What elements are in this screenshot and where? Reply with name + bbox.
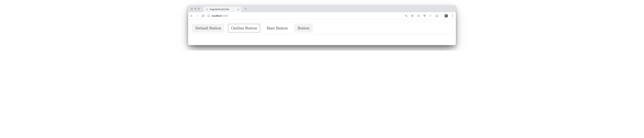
bookmark-star-icon[interactable] — [411, 14, 414, 18]
browser-menu-button[interactable] — [451, 14, 454, 17]
extension-info-icon[interactable] — [435, 14, 438, 18]
button-showcase-panel: Default Button Outline Button Bare Butto… — [191, 22, 453, 34]
plain-button[interactable]: Button — [294, 24, 312, 32]
reload-button[interactable] — [202, 14, 205, 18]
extension-stack-icon[interactable] — [417, 14, 420, 18]
bare-button[interactable]: Bare Button — [264, 24, 291, 32]
browser-window: AngularKendoUnite × + localhost:4200 — [188, 6, 456, 45]
zoom-icon[interactable] — [405, 14, 408, 18]
extension-tag-icon[interactable] — [429, 14, 432, 18]
address-field[interactable]: localhost:4200 — [207, 14, 402, 17]
site-info-icon[interactable] — [207, 14, 210, 17]
window-controls — [191, 8, 200, 10]
profile-avatar[interactable] — [444, 14, 448, 18]
toolbar-right — [405, 14, 454, 18]
url-text: localhost:4200 — [212, 14, 228, 17]
window-maximize-icon[interactable] — [198, 8, 200, 10]
svg-point-7 — [430, 15, 430, 16]
extension-vue-icon[interactable] — [423, 14, 426, 18]
tab-title: AngularKendoUnite — [210, 8, 229, 10]
window-minimize-icon[interactable] — [194, 8, 196, 10]
default-button[interactable]: Default Button — [192, 24, 224, 32]
new-tab-button[interactable]: + — [243, 6, 248, 11]
close-tab-icon[interactable]: × — [238, 8, 239, 11]
address-bar: localhost:4200 — [188, 12, 456, 20]
file-icon — [206, 8, 208, 10]
url-host: localhost — [212, 14, 222, 17]
svg-line-4 — [407, 16, 407, 17]
page-viewport: Default Button Outline Button Bare Butto… — [188, 20, 456, 45]
back-button[interactable] — [190, 14, 193, 18]
forward-button[interactable] — [196, 14, 199, 18]
browser-tab[interactable]: AngularKendoUnite × — [204, 6, 241, 12]
window-close-icon[interactable] — [191, 8, 193, 10]
outline-button[interactable]: Outline Button — [228, 24, 260, 32]
toolbar-separator — [441, 14, 442, 18]
url-port: :4200 — [222, 14, 228, 17]
titlebar: AngularKendoUnite × + — [188, 6, 456, 12]
